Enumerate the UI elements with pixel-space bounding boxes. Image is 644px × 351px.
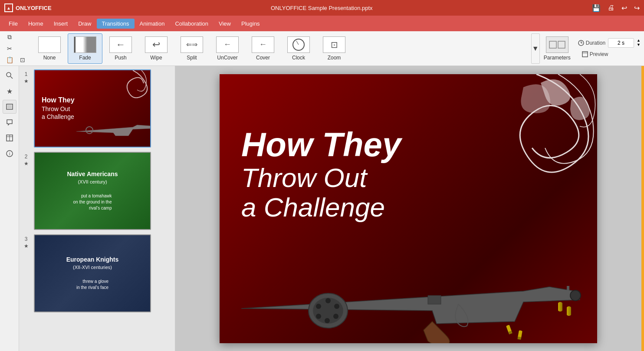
paste-icon[interactable]: 📋	[3, 55, 16, 65]
more-transitions-button[interactable]: ▼	[531, 33, 540, 64]
transition-fade[interactable]: Fade	[68, 33, 102, 64]
duration-row: Duration ▲ ▼	[578, 38, 641, 48]
slide2-body: put a tomahawkon the ground in therival'…	[73, 193, 112, 211]
sidebar-item-info[interactable]: i	[3, 147, 16, 161]
transition-clock[interactable]: Clock	[281, 33, 316, 64]
sidebar-item-star[interactable]: ★	[3, 84, 16, 98]
slide1-line3: a Challenge	[42, 113, 75, 121]
preview-button[interactable]: Preview	[578, 49, 612, 59]
push-thumb: ←	[109, 36, 132, 53]
info-icon: i	[6, 150, 13, 157]
slide-number-1: 1	[25, 71, 28, 77]
redo-icon[interactable]: ↪	[634, 4, 640, 12]
slide-star-3: ★	[24, 243, 29, 249]
slide-number-2: 2	[25, 154, 28, 160]
slide-entry-2: 2 ★ Native Americans (XVII century) put …	[22, 152, 172, 230]
zoom-icon: ⊡	[331, 39, 338, 50]
slide-star-2: ★	[24, 161, 29, 167]
uncover-thumb: ←	[216, 36, 239, 53]
slide-panel: 1 ★ How They Throw Out a Challenge	[19, 66, 175, 351]
transition-uncover[interactable]: ← UnCover	[210, 33, 245, 64]
menu-plugins[interactable]: Plugins	[236, 19, 265, 29]
menu-view[interactable]: View	[214, 19, 236, 29]
save-icon[interactable]: 💾	[592, 4, 601, 12]
transition-cover[interactable]: ← Cover	[246, 33, 280, 64]
svg-point-23	[316, 314, 321, 319]
slide1-text: How They Throw Out a Challenge	[42, 96, 75, 121]
right-resize-handle[interactable]	[641, 66, 644, 351]
menu-insert[interactable]: Insert	[49, 19, 73, 29]
menu-collaboration[interactable]: Collaboration	[170, 19, 214, 29]
menu-transitions[interactable]: Transitions	[97, 19, 135, 29]
cut-icon[interactable]: ✂	[3, 44, 16, 53]
slide3-body: threw a glovein the rival's face	[76, 279, 108, 291]
menu-animation[interactable]: Animation	[135, 19, 170, 29]
duration-spinners: ▲ ▼	[637, 39, 641, 47]
print-icon[interactable]: 🖨	[608, 4, 614, 12]
canvas-line3: a Challenge	[241, 193, 401, 222]
slide-thumbnail-2[interactable]: Native Americans (XVII century) put a to…	[34, 152, 151, 230]
transition-push[interactable]: ← Push	[103, 33, 138, 64]
canvas-line1: How They	[241, 126, 401, 164]
clock-circle-icon	[292, 39, 305, 51]
menu-draw[interactable]: Draw	[73, 19, 96, 29]
slide-thumbnail-3[interactable]: European Knights (XII-XVI centuries) thr…	[34, 234, 151, 312]
parameters-label: Parameters	[544, 55, 571, 61]
wipe-thumb: ↩	[145, 36, 168, 53]
preview-row: Preview	[578, 49, 641, 59]
slide-number-3: 3	[25, 236, 28, 242]
cover-label: Cover	[256, 55, 270, 61]
slide-star-1: ★	[24, 78, 29, 84]
slide3-subtitle: (XII-XVI centuries)	[73, 265, 112, 270]
comment-icon	[6, 119, 13, 126]
split-arrow-icon: ⇐⇒	[186, 40, 197, 49]
clock-label: Clock	[292, 55, 305, 61]
slide2-subtitle: (XVII century)	[78, 179, 107, 184]
parameters-thumb	[546, 36, 568, 53]
slide3-background: European Knights (XII-XVI centuries) thr…	[35, 235, 150, 312]
logo-icon: ▲	[4, 3, 13, 12]
clock-thumb	[287, 36, 310, 53]
slide2-title: Native Americans	[67, 171, 118, 177]
push-arrow-icon: ←	[116, 39, 125, 50]
svg-rect-10	[7, 105, 12, 108]
slide1-gun-decoration	[76, 116, 151, 142]
select-icon[interactable]: ⊡	[16, 55, 29, 65]
menu-file[interactable]: File	[3, 19, 23, 29]
slide-number-col-1: 1 ★	[22, 69, 30, 84]
sidebar-item-search[interactable]	[3, 69, 16, 82]
app-name: ONLYOFFICE	[16, 5, 52, 11]
slide1-line2: Throw Out	[42, 105, 75, 113]
bullet1	[558, 302, 562, 312]
search-icon	[6, 72, 13, 79]
sidebar-item-slides[interactable]	[3, 100, 16, 114]
transition-split[interactable]: ⇐⇒ Split	[174, 33, 209, 64]
zoom-label: Zoom	[328, 55, 341, 61]
split-label: Split	[187, 55, 197, 61]
svg-line-8	[10, 76, 13, 79]
bullet2	[567, 306, 571, 316]
duration-up[interactable]: ▲	[637, 39, 641, 43]
transition-none[interactable]: None	[32, 33, 67, 64]
parameters-button[interactable]: Parameters	[540, 33, 575, 64]
svg-rect-27	[567, 286, 569, 290]
split-thumb: ⇐⇒	[181, 36, 203, 53]
sidebar-item-table[interactable]	[3, 131, 16, 145]
none-label: None	[43, 55, 56, 61]
duration-input[interactable]	[608, 38, 634, 48]
svg-text:i: i	[9, 151, 10, 156]
undo-icon[interactable]: ↩	[621, 4, 627, 12]
duration-down[interactable]: ▼	[637, 43, 641, 47]
canvas-main-text: How They Throw Out a Challenge	[241, 126, 401, 223]
menu-home[interactable]: Home	[23, 19, 49, 29]
copy-icon[interactable]: ⧉	[3, 33, 16, 42]
star-icon: ★	[7, 87, 13, 95]
transition-wipe[interactable]: ↩ Wipe	[139, 33, 174, 64]
sidebar-item-comment[interactable]	[3, 115, 16, 129]
clock-icon	[578, 40, 584, 46]
zoom-thumb: ⊡	[323, 36, 345, 53]
slide-thumbnail-1[interactable]: How They Throw Out a Challenge	[34, 69, 151, 148]
slide3-title: European Knights	[66, 256, 119, 263]
transition-zoom[interactable]: ⊡ Zoom	[317, 33, 352, 64]
push-label: Push	[115, 55, 126, 61]
